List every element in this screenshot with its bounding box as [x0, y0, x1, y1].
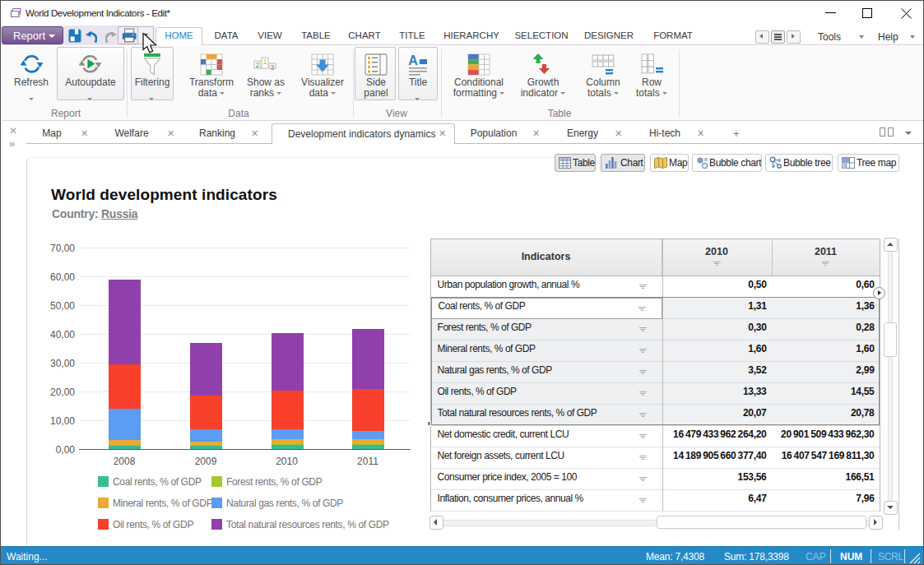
- svg-text:1: 1: [262, 58, 267, 66]
- svg-text:3: 3: [270, 63, 274, 72]
- svg-text:2: 2: [255, 61, 259, 69]
- svg-text:A: A: [408, 53, 418, 67]
